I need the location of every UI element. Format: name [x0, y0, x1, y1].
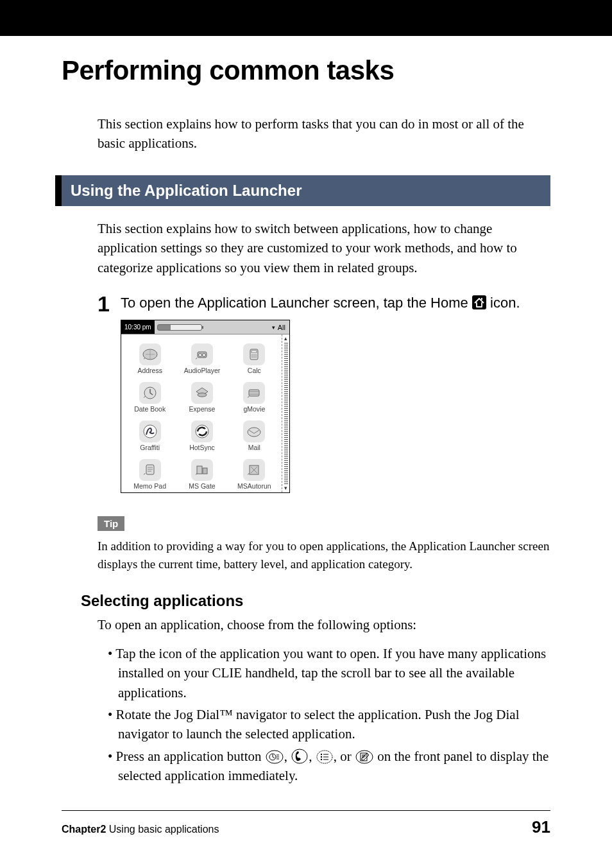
- app-audioplayer[interactable]: AudioPlayer: [176, 337, 228, 374]
- gmovie-icon: [243, 382, 265, 404]
- app-label: Graffiti: [140, 444, 160, 451]
- todo-button-icon: [316, 750, 333, 764]
- launcher-time: 10:30 pm: [121, 320, 155, 334]
- app-mail[interactable]: Mail: [228, 414, 280, 451]
- list-item: Rotate the Jog Dial™ navigator to select…: [108, 705, 550, 744]
- svg-point-9: [255, 354, 257, 356]
- step-text-before: To open the Application Launcher screen,…: [121, 295, 472, 311]
- launcher-titlebar: 10:30 pm All: [121, 320, 289, 334]
- battery-icon: [157, 324, 202, 331]
- step-1: 1 To open the Application Launcher scree…: [98, 293, 550, 315]
- svg-rect-21: [203, 468, 207, 474]
- app-msautorun[interactable]: MSAutorun: [228, 453, 280, 490]
- app-grid: Address AudioPlayer Calc: [121, 334, 282, 492]
- app-label: Calc: [248, 367, 261, 374]
- footer-chapter: Chapter2 Using basic applications: [62, 824, 219, 835]
- app-label: Address: [137, 367, 162, 374]
- app-memopad[interactable]: Memo Pad: [124, 453, 176, 490]
- graffiti-icon: [139, 421, 161, 442]
- memo-button-icon: [355, 750, 373, 764]
- svg-point-11: [253, 356, 255, 358]
- scroll-track: [284, 343, 288, 484]
- step-text-after: icon.: [486, 295, 520, 311]
- intro-paragraph: This section explains how to perform tas…: [98, 114, 550, 153]
- app-label: Mail: [248, 444, 260, 451]
- app-label: Memo Pad: [133, 482, 166, 490]
- app-address[interactable]: Address: [124, 337, 176, 374]
- page-number: 91: [532, 817, 550, 837]
- home-icon: [472, 295, 486, 309]
- svg-point-28: [321, 756, 322, 758]
- memopad-icon: [139, 459, 161, 481]
- list-item: Press an application button , , , or on …: [108, 747, 550, 786]
- svg-point-4: [202, 354, 205, 357]
- svg-point-14: [198, 393, 207, 397]
- scroll-up-icon: ▴: [284, 336, 287, 342]
- svg-rect-6: [251, 351, 257, 352]
- app-datebook[interactable]: Date Book: [124, 376, 176, 413]
- svg-point-7: [251, 354, 253, 356]
- app-label: AudioPlayer: [184, 367, 221, 374]
- svg-point-10: [251, 356, 253, 358]
- category-label: All: [278, 324, 285, 331]
- section-intro: This section explains how to switch betw…: [98, 219, 550, 277]
- b3-pre: Press an application button: [116, 749, 265, 764]
- scroll-down-icon: ▾: [284, 485, 287, 491]
- app-hotsync[interactable]: HotSync: [176, 414, 228, 451]
- app-label: MSAutorun: [237, 482, 271, 490]
- svg-point-30: [356, 751, 373, 763]
- section-heading: Using the Application Launcher: [55, 175, 550, 206]
- svg-point-18: [248, 428, 260, 437]
- page-footer: Chapter2 Using basic applications 91: [62, 810, 550, 837]
- step-number: 1: [98, 293, 121, 315]
- mail-icon: [243, 421, 265, 442]
- calc-icon: [243, 343, 265, 365]
- svg-rect-15: [249, 390, 259, 396]
- app-expense[interactable]: Expense: [176, 376, 228, 413]
- tip-text: In addition to providing a way for you t…: [98, 537, 550, 573]
- svg-point-23: [266, 751, 283, 763]
- app-graffiti[interactable]: Graffiti: [124, 414, 176, 451]
- category-dropdown[interactable]: All: [272, 324, 289, 331]
- expense-icon: [191, 382, 213, 404]
- app-gmovie[interactable]: gMovie: [228, 376, 280, 413]
- svg-point-29: [321, 759, 322, 760]
- b3-sep2: ,: [309, 749, 316, 764]
- options-list: Tap the icon of the application you want…: [108, 644, 550, 786]
- svg-point-3: [198, 354, 201, 357]
- selecting-intro: To open an application, choose from the …: [98, 615, 550, 634]
- app-label: HotSync: [189, 444, 215, 451]
- app-label: Expense: [189, 405, 216, 413]
- svg-point-8: [253, 354, 255, 356]
- step-text: To open the Application Launcher screen,…: [121, 293, 550, 313]
- hotsync-icon: [191, 421, 213, 442]
- app-calc[interactable]: Calc: [228, 337, 280, 374]
- launcher-screenshot: 10:30 pm All Address: [121, 320, 550, 493]
- chapter-label: Chapter2: [62, 824, 106, 835]
- svg-point-12: [255, 356, 257, 358]
- launcher-scrollbar[interactable]: ▴ ▾: [282, 334, 289, 492]
- msautorun-icon: [243, 459, 265, 481]
- address-button-icon: [291, 749, 308, 764]
- app-label: gMovie: [243, 405, 265, 413]
- svg-point-27: [321, 754, 322, 755]
- list-item: Tap the icon of the application you want…: [108, 644, 550, 702]
- b3-sep1: ,: [284, 749, 291, 764]
- datebook-button-icon: [266, 750, 284, 764]
- chapter-title: Using basic applications: [106, 824, 219, 835]
- msgate-icon: [191, 459, 213, 481]
- audio-icon: [191, 343, 213, 365]
- tip-badge: Tip: [98, 516, 124, 531]
- selecting-heading: Selecting applications: [81, 592, 550, 610]
- b3-sep3: , or: [334, 749, 355, 764]
- app-label: MS Gate: [189, 482, 215, 490]
- address-icon: [139, 343, 161, 365]
- svg-point-25: [292, 749, 307, 763]
- app-label: Date Book: [134, 405, 166, 413]
- header-band: [0, 0, 612, 36]
- app-msgate[interactable]: MS Gate: [176, 453, 228, 490]
- datebook-icon: [139, 382, 161, 404]
- page-title: Performing common tasks: [62, 55, 550, 86]
- svg-rect-20: [197, 466, 202, 474]
